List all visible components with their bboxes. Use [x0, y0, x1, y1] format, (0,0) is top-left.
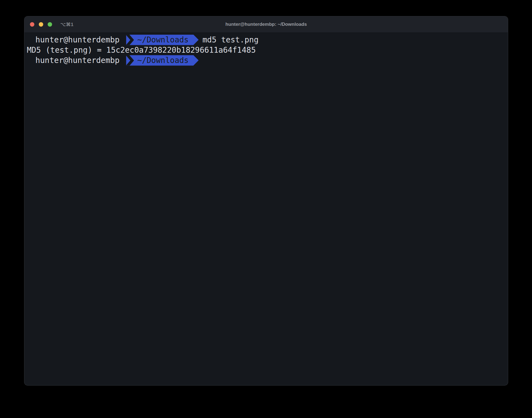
prompt-path-badge: ~/Downloads [126, 55, 198, 66]
cwd-path: ~/Downloads [137, 56, 188, 65]
prompt-user: hunter@hunterdembp [31, 35, 119, 44]
powerline-chevron-icon [126, 35, 134, 45]
terminal-prompt-line-1: hunter@hunterdembp ~/Downloads md5 test.… [24, 35, 508, 45]
terminal-output-line: MD5 (test.png) = 15c2ec0a7398220b1829661… [24, 45, 508, 55]
terminal-window: ⌥⌘1 hunter@hunterdembp: ~/Downloads hunt… [24, 16, 508, 385]
terminal-prompt-line-2: hunter@hunterdembp ~/Downloads [24, 55, 508, 65]
md5-output-text: MD5 (test.png) = 15c2ec0a7398220b1829661… [27, 45, 256, 55]
close-button[interactable] [30, 22, 34, 27]
window-title: hunter@hunterdembp: ~/Downloads [24, 22, 508, 27]
window-titlebar[interactable]: ⌥⌘1 hunter@hunterdembp: ~/Downloads [24, 16, 508, 33]
zoom-button[interactable] [48, 22, 52, 27]
prompt-user: hunter@hunterdembp [31, 56, 119, 65]
terminal-content[interactable]: hunter@hunterdembp ~/Downloads md5 test.… [24, 33, 508, 385]
cwd-path: ~/Downloads [137, 35, 188, 44]
traffic-lights [30, 22, 52, 27]
powerline-chevron-icon [126, 55, 134, 66]
command-text: md5 test.png [203, 35, 259, 44]
minimize-button[interactable] [39, 22, 43, 27]
prompt-path-badge: ~/Downloads [126, 35, 198, 45]
tab-shortcut-label: ⌥⌘1 [60, 22, 74, 27]
